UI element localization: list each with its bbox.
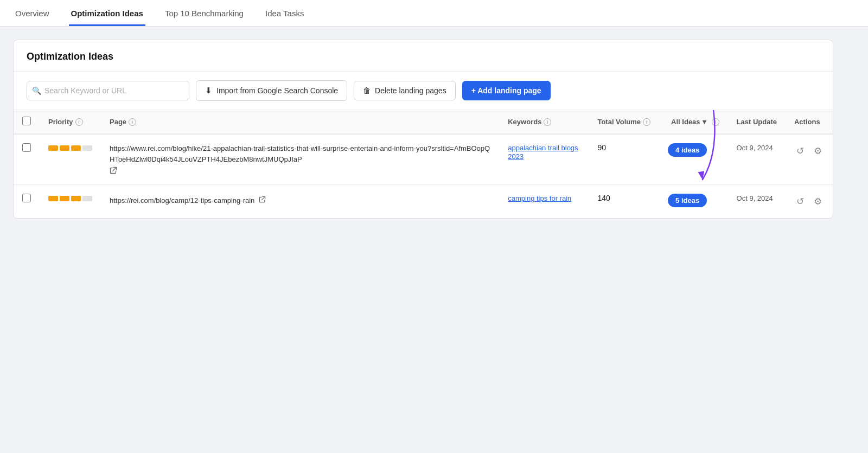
row1-keyword-cell: appalachian trail blogs 2023 [499, 134, 589, 185]
row1-ideas-badge[interactable]: 4 ideas [668, 143, 707, 157]
add-label: + Add landing page [471, 86, 541, 95]
delete-button[interactable]: 🗑 Delete landing pages [354, 81, 456, 100]
priority-bar-row1 [48, 145, 92, 151]
row1-keyword-link[interactable]: appalachian trail blogs 2023 [508, 144, 578, 161]
row1-actions: ↺ ⚙ [794, 143, 824, 159]
row2-actions-cell: ↺ ⚙ [786, 185, 833, 219]
header-last-update: Last Update [728, 110, 786, 134]
row2-priority [40, 185, 101, 219]
header-total-volume: Total Volume i [589, 110, 659, 134]
search-input[interactable] [27, 81, 189, 100]
row1-priority [40, 134, 101, 185]
priority-seg-2 [60, 196, 69, 201]
import-button[interactable]: ⬇ Import from Google Search Console [196, 80, 347, 101]
table-container: Priority i Page i [14, 110, 833, 218]
nav-item-overview[interactable]: Overview [13, 0, 52, 26]
priority-seg-3 [71, 145, 81, 151]
nav-item-top10[interactable]: Top 10 Benchmarking [163, 0, 246, 26]
add-landing-page-button[interactable]: + Add landing page [462, 81, 551, 100]
table-header-row: Priority i Page i [14, 110, 833, 134]
select-all-checkbox[interactable] [22, 117, 31, 125]
row1-volume-cell: 90 [589, 134, 659, 185]
row2-last-update-cell: Oct 9, 2024 [728, 185, 786, 219]
search-wrapper: 🔍 [27, 81, 189, 100]
row1-last-update: Oct 9, 2024 [737, 144, 773, 152]
row2-last-update: Oct 9, 2024 [737, 194, 773, 202]
row1-last-update-cell: Oct 9, 2024 [728, 134, 786, 185]
table-row: https://www.rei.com/blog/hike/21-appalac… [14, 134, 833, 185]
priority-seg-4 [82, 196, 92, 201]
priority-seg-4 [82, 145, 92, 151]
priority-seg-1 [48, 196, 58, 201]
row2-external-link[interactable] [259, 196, 266, 203]
header-checkbox-cell [14, 110, 40, 134]
total-volume-info-icon[interactable]: i [643, 118, 650, 126]
row2-keyword-cell: camping tips for rain [499, 185, 589, 219]
page-title: Optimization Ideas [27, 51, 820, 62]
header-actions: Actions [786, 110, 833, 134]
row2-checkbox[interactable] [22, 194, 31, 202]
row1-page-url: https://www.rei.com/blog/hike/21-appalac… [110, 143, 490, 164]
row1-ideas-cell: 4 ideas [659, 134, 727, 185]
import-icon: ⬇ [205, 86, 212, 95]
row2-actions: ↺ ⚙ [794, 194, 824, 209]
card-header: Optimization Ideas [14, 40, 833, 72]
row2-refresh-icon[interactable]: ↺ [794, 194, 806, 209]
header-priority: Priority i [40, 110, 101, 134]
row2-volume-cell: 140 [589, 185, 659, 219]
row1-refresh-icon[interactable]: ↺ [794, 143, 806, 159]
all-ideas-info-icon[interactable]: i [712, 118, 719, 126]
keywords-info-icon[interactable]: i [544, 118, 551, 126]
row2-ideas-badge[interactable]: 5 ideas [668, 194, 707, 207]
toolbar: 🔍 ⬇ Import from Google Search Console 🗑 … [14, 72, 833, 110]
row1-checkbox[interactable] [22, 143, 31, 152]
row2-ideas-cell: 5 ideas [659, 185, 727, 219]
search-icon: 🔍 [32, 86, 41, 95]
ideas-table: Priority i Page i [14, 110, 833, 218]
table-row: https://rei.com/blog/camp/12-tips-campin… [14, 185, 833, 219]
nav-item-idea-tasks[interactable]: Idea Tasks [263, 0, 306, 26]
row2-volume: 140 [597, 194, 610, 202]
optimization-ideas-card: Optimization Ideas 🔍 ⬇ Import from Googl… [13, 40, 833, 219]
header-page: Page i [101, 110, 499, 134]
priority-seg-1 [48, 145, 58, 151]
delete-icon: 🗑 [363, 86, 371, 95]
priority-seg-2 [60, 145, 69, 151]
chevron-down-icon: ▾ [703, 118, 706, 126]
priority-info-icon[interactable]: i [75, 118, 83, 126]
row1-volume: 90 [597, 143, 606, 152]
row1-settings-icon[interactable]: ⚙ [812, 143, 824, 159]
priority-bar-row2 [48, 196, 92, 201]
main-content: Optimization Ideas 🔍 ⬇ Import from Googl… [0, 27, 846, 232]
import-label: Import from Google Search Console [216, 86, 338, 95]
row1-checkbox-cell [14, 134, 40, 185]
row2-page-cell: https://rei.com/blog/camp/12-tips-campin… [101, 185, 499, 219]
row2-keyword-link[interactable]: camping tips for rain [508, 194, 571, 202]
all-ideas-filter[interactable]: All Ideas ▾ [668, 117, 709, 127]
priority-seg-3 [71, 196, 81, 201]
top-navigation: Overview Optimization Ideas Top 10 Bench… [0, 0, 868, 27]
nav-item-optimization-ideas[interactable]: Optimization Ideas [69, 0, 145, 26]
row1-actions-cell: ↺ ⚙ [786, 134, 833, 185]
table-wrapper: Priority i Page i [14, 110, 833, 218]
row1-page-cell: https://www.rei.com/blog/hike/21-appalac… [101, 134, 499, 185]
page-info-icon[interactable]: i [129, 118, 136, 126]
row2-page-url: https://rei.com/blog/camp/12-tips-campin… [110, 194, 490, 206]
row1-external-link[interactable] [110, 167, 117, 174]
row2-settings-icon[interactable]: ⚙ [812, 194, 824, 209]
delete-label: Delete landing pages [375, 86, 446, 95]
header-keywords: Keywords i [499, 110, 589, 134]
header-all-ideas: All Ideas ▾ i [659, 110, 727, 134]
row2-checkbox-cell [14, 185, 40, 219]
